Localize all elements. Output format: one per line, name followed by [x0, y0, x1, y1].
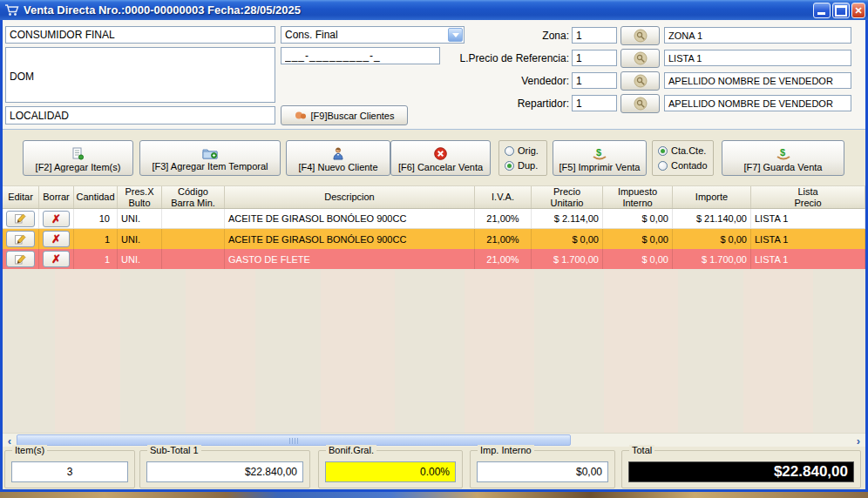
delete-row-button[interactable]: ✗	[43, 231, 70, 247]
cell-lista: LISTA 1	[751, 249, 865, 269]
minimize-button[interactable]	[813, 3, 831, 18]
customer-address-field[interactable]: DOM	[5, 47, 275, 103]
table-row[interactable]: ✗ 1 UNI. GASTO DE FLETE 21,00% $ 1.700,0…	[3, 249, 865, 269]
total-field: $22.840,00	[628, 461, 854, 482]
new-client-label: [F4] Nuevo Cliente	[298, 162, 377, 172]
radio-dup[interactable]: Dup.	[505, 160, 541, 171]
cell-descripcion: GASTO DE FLETE	[225, 249, 475, 269]
col-importe: Importe	[673, 186, 751, 208]
col-precio-unitario: Precio Unitario	[532, 186, 603, 208]
radio-ctacte-circle[interactable]	[658, 146, 668, 156]
customer-name-input[interactable]	[5, 26, 275, 44]
imp-interno-label: Imp. Interno	[478, 445, 534, 455]
lista-precio-search-button[interactable]	[620, 49, 660, 68]
cell-cantidad: 10	[74, 209, 118, 228]
items-count-field: 3	[11, 461, 128, 482]
radio-contado-label: Contado	[671, 160, 708, 171]
cell-codigo	[162, 249, 225, 269]
search-clients-icon	[295, 111, 307, 120]
cell-importe: $ 0,00	[673, 229, 751, 249]
cell-pres: UNI.	[118, 249, 162, 269]
cell-impuesto-interno: $ 0,00	[603, 249, 673, 269]
delete-row-button[interactable]: ✗	[43, 251, 70, 267]
desktop-background	[0, 492, 868, 498]
radio-orig[interactable]: Orig.	[505, 145, 541, 156]
edit-row-button[interactable]	[6, 251, 35, 267]
add-temp-item-label: [F3] Agregar Item Temporal	[152, 161, 268, 172]
edit-row-button[interactable]	[6, 231, 35, 247]
cell-iva: 21,00%	[475, 209, 532, 228]
save-sale-button[interactable]: $ [F7] Guarda Venta	[722, 140, 844, 176]
items-groupbox: Item(s) 3	[4, 450, 135, 488]
radio-contado[interactable]: Contado	[658, 160, 708, 171]
customer-city-input[interactable]	[5, 106, 275, 124]
bonif-field[interactable]: 0.00%	[325, 461, 456, 482]
search-clients-button[interactable]: [F9]Buscar Clientes	[281, 105, 408, 125]
cancel-icon	[434, 147, 447, 160]
delete-icon: ✗	[51, 213, 61, 225]
close-button[interactable]: ✕	[851, 3, 865, 18]
repartidor-search-button[interactable]	[620, 94, 660, 113]
person-icon	[333, 147, 343, 160]
print-sale-button[interactable]: $ [F5] Imprimir Venta	[553, 140, 647, 176]
radio-orig-label: Orig.	[518, 145, 539, 156]
cell-lista: LISTA 1	[751, 209, 865, 228]
delete-row-button[interactable]: ✗	[43, 211, 70, 227]
add-items-button[interactable]: [F2] Agregar Item(s)	[23, 140, 133, 176]
cell-iva: 21,00%	[475, 249, 532, 269]
column-stripe	[321, 270, 395, 433]
vendedor-search-button[interactable]	[620, 71, 660, 91]
vendedor-label: Vendedor:	[395, 75, 569, 87]
radio-orig-circle[interactable]	[505, 146, 514, 156]
vendedor-value-field	[664, 72, 851, 89]
cell-cantidad: 1	[74, 229, 118, 249]
cell-importe: $ 21.140,00	[673, 209, 751, 228]
table-row[interactable]: ✗ 10 UNI. ACEITE DE GIRASOL BONÓLEO 900C…	[3, 209, 865, 229]
subtotal-groupbox: Sub-Total 1 $22.840,00	[139, 450, 310, 488]
col-iva: I.V.A.	[475, 186, 532, 208]
table-row[interactable]: ✗ 1 UNI. ACEITE DE GIRASOL BONÓLEO 900CC…	[3, 229, 865, 249]
col-codigo-barra: Código Barra Min.	[162, 186, 225, 208]
magnifier-icon	[634, 29, 648, 43]
vendedor-code-input[interactable]	[572, 72, 617, 89]
delete-icon: ✗	[51, 233, 61, 245]
cell-pres: UNI.	[118, 229, 162, 249]
cell-pres: UNI.	[118, 209, 162, 228]
total-groupbox: Total $22.840,00	[621, 450, 861, 488]
zona-search-button[interactable]	[620, 26, 660, 45]
maximize-button[interactable]	[832, 3, 850, 18]
add-temp-item-button[interactable]: [F3] Agregar Item Temporal	[139, 140, 281, 176]
cell-lista: LISTA 1	[751, 229, 865, 249]
radio-ctacte[interactable]: Cta.Cte.	[658, 145, 708, 156]
zona-label: Zona:	[395, 30, 569, 42]
repartidor-code-input[interactable]	[572, 95, 617, 111]
imp-interno-field: $0,00	[477, 461, 608, 482]
radio-dup-circle[interactable]	[505, 161, 514, 171]
column-stripe	[55, 270, 120, 433]
col-lista-precio: Lista Precio	[751, 186, 865, 208]
lista-precio-value-field	[664, 50, 851, 66]
cell-descripcion: ACEITE DE GIRASOL BONÓLEO 900CC	[225, 229, 475, 249]
col-cantidad: Cantidad	[74, 186, 118, 208]
col-impuesto-interno: Impuesto Interno	[603, 186, 673, 208]
cell-codigo	[162, 229, 225, 249]
radio-contado-circle[interactable]	[658, 161, 668, 171]
lista-precio-code-input[interactable]	[572, 50, 617, 66]
pencil-icon	[15, 234, 26, 245]
title-bar: Venta Directa Nro.:0000-00000003 Fecha:2…	[0, 0, 868, 20]
column-stripe	[743, 270, 813, 433]
cell-cantidad: 1	[74, 249, 118, 269]
subtotal-field: $22.840,00	[146, 461, 303, 482]
radio-ctacte-label: Cta.Cte.	[671, 145, 706, 156]
zona-code-input[interactable]	[572, 27, 617, 44]
cancel-sale-button[interactable]: [F6] Cancelar Venta	[390, 140, 491, 176]
horizontal-scrollbar[interactable]: ‹ ›	[3, 433, 865, 447]
cell-descripcion: ACEITE DE GIRASOL BONÓLEO 900CC	[225, 209, 475, 228]
scroll-right-icon[interactable]: ›	[851, 434, 865, 448]
edit-row-button[interactable]	[6, 211, 35, 227]
payment-type-group: Cta.Cte. Contado	[652, 140, 714, 176]
subtotal-label: Sub-Total 1	[147, 445, 201, 455]
new-client-button[interactable]: [F4] Nuevo Cliente	[286, 140, 390, 176]
cell-importe: $ 1.700,00	[673, 249, 751, 269]
cell-precio-unitario: $ 0,00	[532, 229, 603, 249]
